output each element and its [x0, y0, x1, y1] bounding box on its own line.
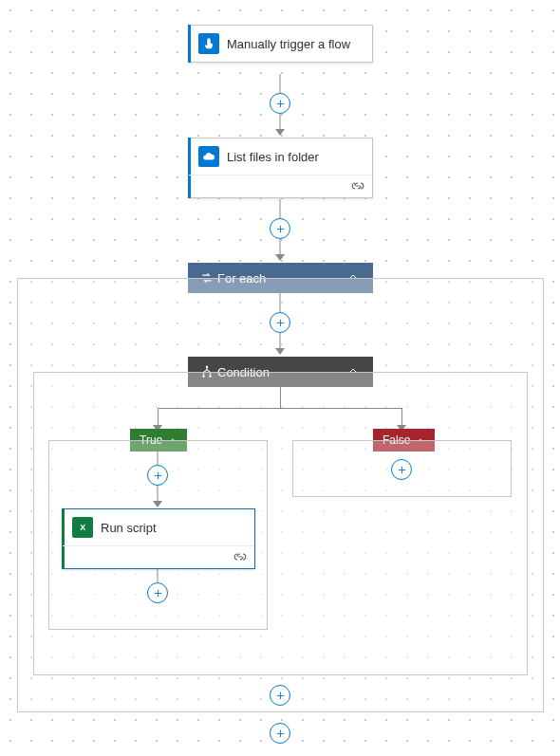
add-step-button[interactable] — [270, 312, 290, 333]
run-script-card[interactable]: X Run script — [62, 508, 255, 569]
trigger-card[interactable]: Manually trigger a flow — [188, 25, 373, 63]
link-icon — [233, 550, 247, 564]
connector-line — [158, 408, 402, 409]
add-step-button[interactable] — [147, 465, 168, 486]
arrow-down-icon — [153, 501, 162, 507]
card-footer — [189, 175, 372, 197]
connector-line — [158, 569, 159, 582]
connector-line — [280, 333, 281, 348]
arrow-down-icon — [275, 348, 285, 355]
add-step-button[interactable] — [391, 459, 412, 480]
connector-line — [158, 486, 159, 501]
connector-line — [280, 74, 281, 93]
trigger-title: Manually trigger a flow — [227, 37, 350, 51]
arrow-down-icon — [275, 129, 285, 136]
link-icon — [351, 179, 364, 194]
svg-point-2 — [206, 366, 208, 368]
connector-line — [280, 114, 281, 129]
list-files-card[interactable]: List files in folder — [188, 138, 373, 198]
touch-icon — [198, 33, 219, 54]
connector-line — [401, 408, 402, 427]
add-step-button[interactable] — [147, 582, 168, 603]
flow-canvas[interactable]: Manually trigger a flow List files in fo… — [0, 0, 560, 756]
connector-line — [280, 199, 281, 218]
add-step-button[interactable] — [270, 723, 290, 744]
connector-line — [280, 387, 281, 408]
connector-line — [280, 239, 281, 254]
card-footer — [63, 545, 254, 568]
connector-line — [280, 293, 281, 312]
connector-line — [158, 452, 159, 465]
connector-line — [158, 408, 159, 427]
list-files-title: List files in folder — [227, 150, 319, 164]
add-step-button[interactable] — [270, 93, 290, 114]
add-step-button[interactable] — [270, 218, 290, 239]
arrow-down-icon — [275, 254, 285, 261]
cloud-icon — [198, 146, 219, 167]
add-step-button[interactable] — [270, 685, 290, 706]
card-accent — [188, 25, 191, 63]
run-script-title: Run script — [101, 521, 157, 535]
excel-icon: X — [72, 517, 93, 538]
